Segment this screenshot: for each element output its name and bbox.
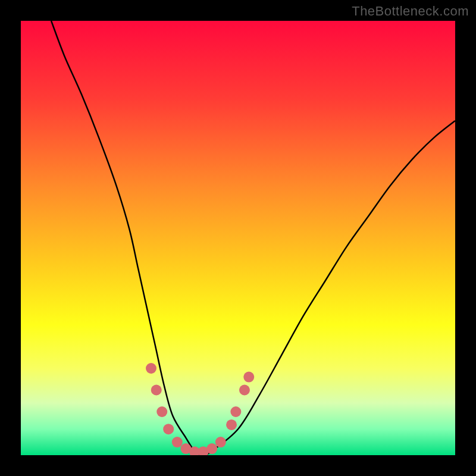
marker-dot [156,406,167,417]
marker-dot [239,385,250,396]
bottleneck-curve [51,21,455,455]
marker-dot [146,363,156,374]
marker-dot [243,372,254,383]
marker-dot [151,385,162,396]
marker-dot [215,437,226,447]
marker-dot [172,437,183,447]
marker-dot [226,419,237,430]
curve-layer [21,21,455,455]
chart-plot-area [21,21,455,455]
marker-dot [230,406,241,417]
watermark-text: TheBottleneck.com [352,4,469,19]
marker-dot [206,443,217,454]
marker-dot [163,424,174,434]
